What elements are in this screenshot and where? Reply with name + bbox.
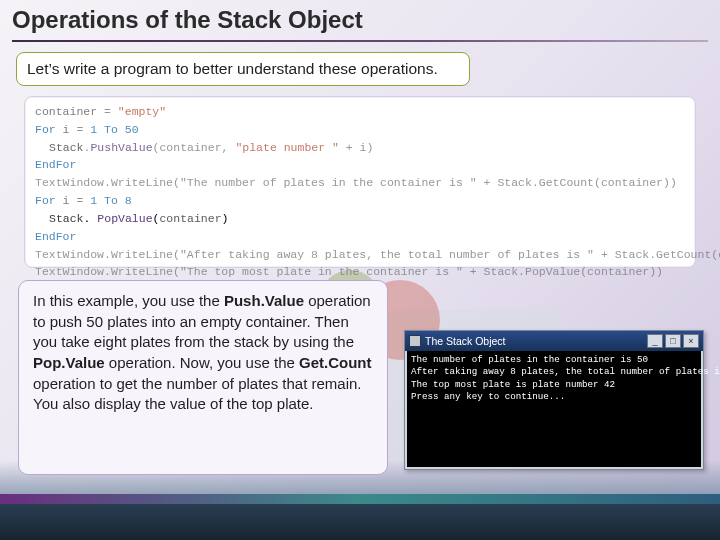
bold-popvalue: Pop.Value [33,354,105,371]
code-line: For i = 1 To 8 [35,192,685,210]
maximize-button[interactable]: □ [665,334,681,348]
code-line: Stack.PushValue(container, "plate number… [35,139,685,157]
footer-bar [0,504,720,540]
code-line: container = "empty" [35,103,685,121]
slide-title: Operations of the Stack Object [12,6,708,34]
footer-accent [0,494,720,504]
explain-text: In this example, you use the Push.Value … [33,292,372,412]
explanation-callout: In this example, you use the Push.Value … [18,280,388,475]
minimize-button[interactable]: _ [647,334,663,348]
bold-getcount: Get.Count [299,354,372,371]
code-line: TextWindow.WriteLine("The top most plate… [35,263,685,281]
console-app-icon [409,335,421,347]
title-area: Operations of the Stack Object [12,6,708,42]
code-line: TextWindow.WriteLine("After taking away … [35,246,685,264]
console-line: The number of plates in the container is… [411,354,697,366]
close-button[interactable]: × [683,334,699,348]
console-line: The top most plate is plate number 42 [411,379,697,391]
intro-text: Let’s write a program to better understa… [27,60,438,78]
console-line: After taking away 8 plates, the total nu… [411,366,697,378]
console-line: Press any key to continue... [411,391,697,403]
console-titlebar: The Stack Object _ □ × [405,331,703,351]
console-window: The Stack Object _ □ × The number of pla… [404,330,704,470]
console-title: The Stack Object [425,335,506,347]
code-line: TextWindow.WriteLine("The number of plat… [35,174,685,192]
title-underline [12,40,708,42]
console-output: The number of plates in the container is… [407,351,701,467]
code-line: EndFor [35,156,685,174]
slide: Operations of the Stack Object Let’s wri… [0,0,720,540]
code-line: For i = 1 To 50 [35,121,685,139]
intro-callout: Let’s write a program to better understa… [16,52,470,86]
code-line-highlight: Stack. PopValue(container) [35,210,685,228]
code-panel: container = "empty" For i = 1 To 50 Stac… [24,96,696,268]
code-line: EndFor [35,228,685,246]
bold-pushvalue: Push.Value [224,292,304,309]
